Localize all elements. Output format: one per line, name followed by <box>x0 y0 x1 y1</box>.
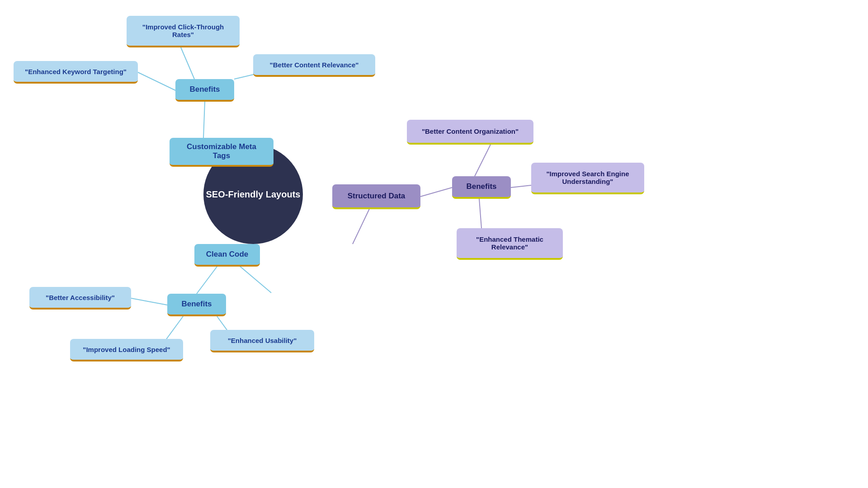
enhanced-usability-label: "Enhanced Usability" <box>228 337 297 344</box>
svg-line-3 <box>203 102 205 138</box>
svg-line-9 <box>511 185 531 188</box>
svg-line-4 <box>181 47 194 79</box>
svg-line-12 <box>131 298 167 305</box>
better-content-org-node[interactable]: "Better Content Organization" <box>407 120 533 145</box>
customizable-meta-tags-label: Customizable Meta Tags <box>178 142 265 160</box>
enhanced-thematic-label: "Enhanced Thematic Relevance" <box>464 235 556 251</box>
enhanced-usability-node[interactable]: "Enhanced Usability" <box>210 330 314 352</box>
improved-ctr-node[interactable]: "Improved Click-Through Rates" <box>127 16 240 47</box>
enhanced-keyword-node[interactable]: "Enhanced Keyword Targeting" <box>14 61 138 84</box>
better-accessibility-label: "Better Accessibility" <box>46 294 115 301</box>
enhanced-keyword-label: "Enhanced Keyword Targeting" <box>25 68 127 75</box>
enhanced-thematic-node[interactable]: "Enhanced Thematic Relevance" <box>457 228 563 260</box>
benefits-top-label: Benefits <box>189 85 220 94</box>
benefits-right-node[interactable]: Benefits <box>452 176 511 199</box>
clean-code-node[interactable]: Clean Code <box>194 244 260 267</box>
better-content-org-label: "Better Content Organization" <box>422 127 519 135</box>
svg-line-10 <box>479 199 481 228</box>
improved-loading-node[interactable]: "Improved Loading Speed" <box>70 339 183 361</box>
svg-line-11 <box>197 267 217 294</box>
improved-loading-label: "Improved Loading Speed" <box>83 346 170 353</box>
customizable-meta-tags-node[interactable]: Customizable Meta Tags <box>170 138 274 167</box>
improved-search-engine-node[interactable]: "Improved Search Engine Understanding" <box>531 163 644 194</box>
improved-search-engine-label: "Improved Search Engine Understanding" <box>538 170 637 185</box>
svg-line-7 <box>420 188 452 197</box>
structured-data-label: Structured Data <box>348 192 406 201</box>
better-accessibility-node[interactable]: "Better Accessibility" <box>29 287 131 310</box>
svg-line-6 <box>138 72 175 90</box>
benefits-bottom-node[interactable]: Benefits <box>167 294 226 316</box>
clean-code-label: Clean Code <box>206 250 249 259</box>
improved-ctr-label: "Improved Click-Through Rates" <box>134 23 232 38</box>
better-content-relevance-node[interactable]: "Better Content Relevance" <box>253 54 375 77</box>
center-node-label: SEO-Friendly Layouts <box>206 189 301 200</box>
benefits-top-node[interactable]: Benefits <box>175 79 234 102</box>
benefits-bottom-label: Benefits <box>181 300 212 309</box>
benefits-right-label: Benefits <box>466 182 496 191</box>
better-content-relevance-label: "Better Content Relevance" <box>270 61 359 69</box>
svg-line-8 <box>475 145 491 176</box>
structured-data-node[interactable]: Structured Data <box>332 184 420 209</box>
